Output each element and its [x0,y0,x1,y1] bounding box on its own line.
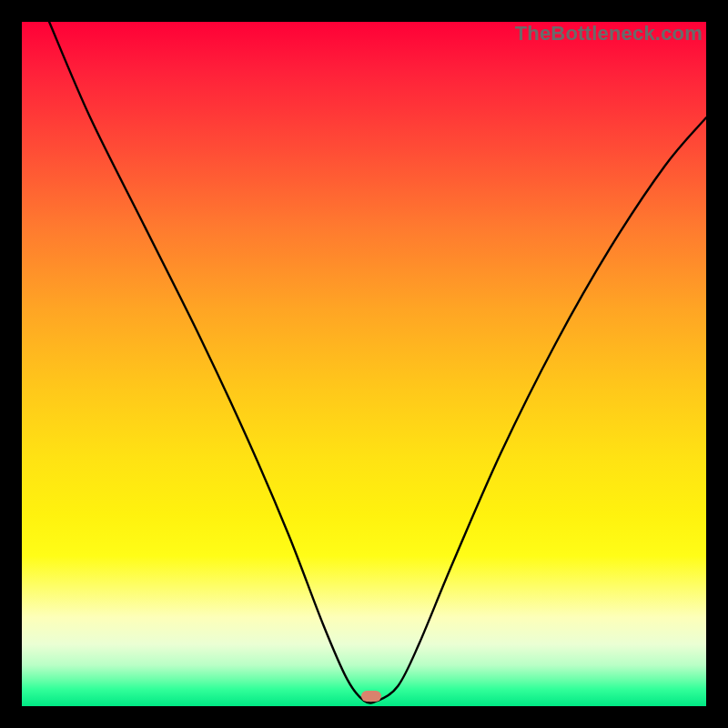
plot-area: TheBottleneck.com [22,22,706,706]
chart-frame: TheBottleneck.com [0,0,728,728]
line-curve [22,22,706,706]
highlight-marker [361,691,381,702]
